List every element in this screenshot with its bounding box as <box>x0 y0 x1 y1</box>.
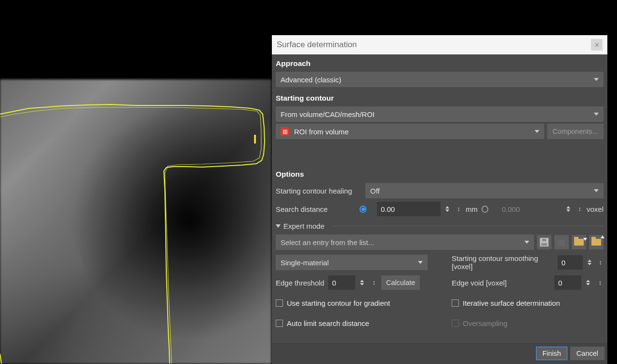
save-preset-button[interactable] <box>537 235 551 249</box>
unit-mm: mm <box>466 205 478 213</box>
search-distance-mm-input[interactable]: 0.00 <box>377 202 441 216</box>
options-label: Options <box>276 170 604 179</box>
delete-preset-button[interactable]: ▦ <box>554 235 569 249</box>
voxel-unit-icon: ↕ <box>577 207 583 211</box>
material-select[interactable]: Single-material <box>276 255 428 270</box>
spinner[interactable] <box>588 260 593 265</box>
checkbox-iterative[interactable] <box>452 299 459 307</box>
approach-select[interactable]: Advanced (classic) <box>276 72 604 87</box>
starting-contour-select[interactable]: From volume/CAD/mesh/ROI <box>276 106 604 122</box>
components-button[interactable]: Components... <box>547 124 604 139</box>
roi-select[interactable]: ROI from volume <box>276 124 544 139</box>
roi-value: ROI from volume <box>294 128 349 136</box>
preset-list-select[interactable]: Select an entry from the list... <box>276 234 534 250</box>
dialog-titlebar: Surface determination ✕ <box>272 35 607 54</box>
chevron-down-icon <box>535 130 539 133</box>
label-gradient: Use starting contour for gradient <box>287 299 390 307</box>
close-button[interactable]: ✕ <box>591 39 603 51</box>
smoothing-label: Starting contour smoothing [voxel] <box>452 254 550 271</box>
radio-voxel[interactable] <box>482 206 488 213</box>
dialog-footer: Finish Cancel <box>272 342 607 364</box>
edge-threshold-input[interactable]: 0 <box>328 275 355 290</box>
spinner[interactable] <box>566 206 572 212</box>
edge-void-input[interactable]: 0 <box>554 275 581 290</box>
mm-unit-icon: ↕ <box>456 207 462 211</box>
starting-contour-value: From volume/CAD/mesh/ROI <box>281 110 375 118</box>
finish-button[interactable]: Finish <box>536 347 567 360</box>
label-autolimit: Auto limit search distance <box>287 319 369 327</box>
healing-value: Off <box>370 187 380 195</box>
folder-export-icon <box>591 239 601 246</box>
save-icon <box>540 238 549 247</box>
edge-void-label: Edge void [voxel] <box>452 279 507 287</box>
edge-threshold-label: Edge threshold <box>276 279 324 287</box>
export-preset-button[interactable] <box>589 235 604 249</box>
calculate-button[interactable]: Calculate <box>381 275 420 290</box>
unit-icon: ↕ <box>597 281 604 285</box>
unit-icon: ↕ <box>597 260 604 264</box>
chevron-down-icon <box>524 241 529 244</box>
healing-select[interactable]: Off <box>365 183 604 198</box>
chevron-down-icon <box>418 261 423 264</box>
label-iterative: Iterative surface determination <box>463 299 560 307</box>
cancel-button[interactable]: Cancel <box>570 347 604 360</box>
checkbox-autolimit[interactable] <box>276 320 283 327</box>
unit-icon: ↕ <box>371 281 377 285</box>
smoothing-input[interactable]: 0 <box>558 255 583 270</box>
roi-icon <box>281 127 289 136</box>
surface-determination-dialog: Surface determination ✕ Approach Advance… <box>272 35 607 364</box>
triangle-down-icon <box>276 224 281 228</box>
ct-image <box>0 79 271 364</box>
close-icon: ✕ <box>594 41 600 49</box>
folder-open-icon <box>574 239 584 246</box>
checkbox-oversampling <box>452 320 459 327</box>
unit-voxel: voxel <box>587 205 604 213</box>
approach-value: Advanced (classic) <box>281 76 341 84</box>
chevron-down-icon <box>594 113 599 116</box>
spinner[interactable] <box>360 280 366 286</box>
chevron-down-icon <box>594 78 599 81</box>
label-oversampling: Oversampling <box>463 319 508 327</box>
delete-icon: ▦ <box>558 238 565 247</box>
chevron-down-icon <box>594 189 599 192</box>
spinner[interactable] <box>586 280 592 286</box>
spinner[interactable] <box>445 206 451 212</box>
healing-label: Starting contour healing <box>276 187 362 195</box>
expert-mode-toggle[interactable]: Expert mode <box>276 222 604 230</box>
starting-contour-label: Starting contour <box>276 94 604 103</box>
import-preset-button[interactable] <box>572 235 586 249</box>
search-distance-label: Search distance <box>276 205 356 213</box>
checkbox-gradient[interactable] <box>276 299 283 307</box>
radio-mm[interactable] <box>360 206 366 213</box>
dialog-title: Surface determination <box>277 40 357 50</box>
approach-label: Approach <box>276 59 604 68</box>
search-distance-voxel-input[interactable]: 0.000 <box>498 202 562 216</box>
